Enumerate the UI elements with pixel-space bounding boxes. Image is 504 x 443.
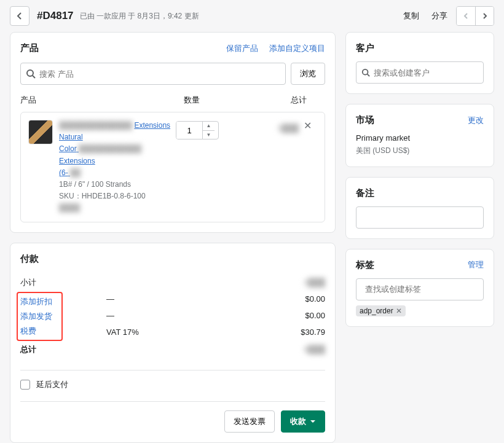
tax-value: $30.79 xyxy=(276,327,325,337)
product-variant: 1B# / 6" / 100 Strands xyxy=(59,180,131,189)
prev-button[interactable] xyxy=(457,7,475,25)
add-custom-item-link[interactable]: 添加自定义项目 xyxy=(269,43,325,54)
subtotal-label: 小计 xyxy=(20,277,106,288)
tag-remove-icon[interactable]: ✕ xyxy=(396,307,402,315)
qty-down[interactable]: ▼ xyxy=(203,130,215,139)
tag-chip[interactable]: adp_order ✕ xyxy=(356,305,406,316)
remove-line-button[interactable]: ✕ xyxy=(304,120,312,131)
product-thumbnail[interactable] xyxy=(28,120,53,144)
col-product: 产品 xyxy=(20,95,184,106)
customer-card: 客户 xyxy=(345,32,494,94)
next-button[interactable] xyxy=(475,7,494,25)
notes-input-wrap[interactable] xyxy=(356,206,484,229)
search-icon xyxy=(26,69,36,79)
copy-button[interactable]: 复制 xyxy=(400,8,423,24)
tags-search[interactable] xyxy=(356,278,484,300)
shipping-mid: — xyxy=(106,311,276,320)
arrow-left-icon xyxy=(15,11,25,21)
back-button[interactable] xyxy=(10,6,30,26)
chevron-left-icon xyxy=(462,12,470,20)
payment-card: 付款 小计 $███ 添加折扣 添加发货 税费 xyxy=(10,243,336,443)
svg-point-0 xyxy=(27,70,33,76)
product-name-link-2[interactable]: Color ████████████ Extensions xyxy=(59,144,141,165)
products-title: 产品 xyxy=(20,42,39,54)
col-qty: 数量 xyxy=(184,95,251,106)
tag-chip-label: adp_order xyxy=(360,307,393,315)
send-invoice-button[interactable]: 发送发票 xyxy=(224,410,275,433)
customer-search[interactable] xyxy=(356,61,484,84)
chevron-right-icon xyxy=(481,12,489,20)
product-search[interactable] xyxy=(20,63,286,85)
add-discount-link[interactable]: 添加折扣 xyxy=(20,296,52,307)
svg-point-1 xyxy=(363,69,368,75)
market-currency: 美国 (USD US$) xyxy=(356,145,484,157)
add-shipping-link[interactable]: 添加发货 xyxy=(20,311,52,322)
product-name-link-3[interactable]: (6- ██ xyxy=(59,168,81,177)
reserve-products-link[interactable]: 保留产品 xyxy=(226,43,258,54)
payment-title: 付款 xyxy=(20,253,39,265)
discount-value: $0.00 xyxy=(276,294,325,304)
order-id: #D4817 xyxy=(37,10,74,22)
collect-payment-button[interactable]: 收款 xyxy=(281,410,325,433)
customer-search-input[interactable] xyxy=(374,68,478,77)
products-card: 产品 保留产品 添加自定义项目 浏览 产品 数量 总计 xyxy=(10,32,336,233)
tags-manage-link[interactable]: 管理 xyxy=(468,259,484,270)
col-total: 总计 xyxy=(251,95,307,106)
market-change-link[interactable]: 更改 xyxy=(468,115,484,126)
product-line: ██████████████ Extensions Natural Color … xyxy=(20,112,325,222)
qty-input[interactable] xyxy=(176,122,202,139)
total-value: $███ xyxy=(276,345,325,354)
tax-mid: VAT 17% xyxy=(106,327,276,337)
qty-up[interactable]: ▲ xyxy=(203,122,215,130)
product-hidden: ████ xyxy=(59,203,80,212)
tax-link[interactable]: 税费 xyxy=(20,326,36,337)
discount-mid: — xyxy=(106,294,276,304)
market-card: 市场 更改 Primary market 美国 (USD US$) xyxy=(345,104,494,167)
total-label: 总计 xyxy=(20,344,106,355)
browse-button[interactable]: 浏览 xyxy=(291,63,325,85)
subtotal-value: $███ xyxy=(276,278,325,287)
share-button[interactable]: 分享 xyxy=(428,8,451,24)
notes-card: 备注 xyxy=(345,177,494,239)
tags-card: 标签 管理 adp_order ✕ xyxy=(345,249,494,327)
defer-checkbox[interactable] xyxy=(20,380,30,390)
order-subtitle: 已由 一款应用 于 8月3日，9:42 更新 xyxy=(80,11,199,22)
product-search-input[interactable] xyxy=(39,69,280,79)
tags-search-input[interactable] xyxy=(365,284,478,294)
search-icon xyxy=(361,68,370,77)
market-title: 市场 xyxy=(356,114,374,126)
customer-title: 客户 xyxy=(356,42,374,53)
product-sku: SKU：HHDE1B-0.8-6-100 xyxy=(59,192,146,200)
line-total: $███ xyxy=(243,123,299,214)
tags-title: 标签 xyxy=(356,259,374,271)
market-name: Primary market xyxy=(356,132,484,145)
caret-down-icon xyxy=(310,418,316,425)
shipping-value: $0.00 xyxy=(276,311,325,320)
defer-label: 延后支付 xyxy=(36,379,68,390)
notes-title: 备注 xyxy=(356,187,374,198)
notes-input[interactable] xyxy=(365,213,478,222)
